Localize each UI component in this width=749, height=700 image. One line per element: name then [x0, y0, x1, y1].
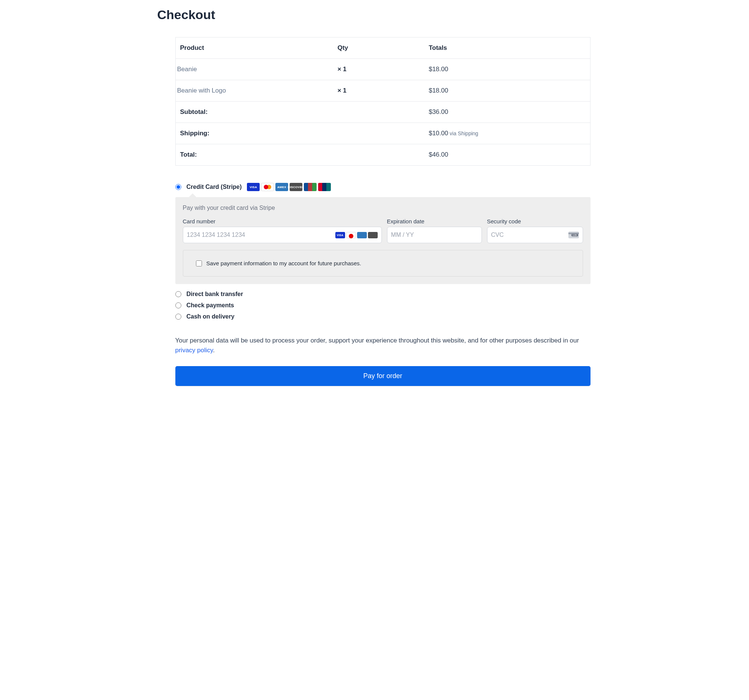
mastercard-icon: [261, 183, 274, 191]
cvc-label: Security code: [487, 218, 583, 225]
col-qty-header: Qty: [333, 37, 425, 59]
item-qty: × 1: [333, 59, 425, 80]
shipping-via: via Shipping: [448, 130, 478, 136]
order-summary-table: Product Qty Totals Beanie × 1 $18.00 Bea…: [175, 37, 590, 166]
total-row: Total: $46.00: [175, 144, 590, 166]
card-brand-icons: VISA AMEX DISCOVER: [247, 183, 331, 191]
cod-label: Cash on delivery: [186, 313, 235, 320]
payment-option-stripe[interactable]: Credit Card (Stripe) VISA AMEX DISCOVER: [175, 180, 590, 193]
mastercard-icon: [346, 232, 356, 238]
payment-option-cod[interactable]: Cash on delivery: [175, 311, 590, 322]
pay-for-order-button[interactable]: Pay for order: [175, 366, 590, 386]
subtotal-label: Subtotal:: [175, 102, 333, 123]
col-totals-header: Totals: [424, 37, 590, 59]
radio-cod[interactable]: [175, 314, 181, 319]
total-label: Total:: [175, 144, 333, 166]
radio-stripe[interactable]: [175, 184, 181, 190]
visa-icon: VISA: [247, 183, 260, 191]
check-label: Check payments: [186, 302, 234, 309]
unionpay-icon: [318, 183, 331, 191]
item-qty: × 1: [333, 80, 425, 102]
col-product-header: Product: [175, 37, 333, 59]
radio-check[interactable]: [175, 303, 181, 309]
table-header-row: Product Qty Totals: [175, 37, 590, 59]
amex-icon: [357, 232, 367, 238]
card-number-label: Card number: [183, 218, 382, 225]
save-card-row[interactable]: Save payment information to my account f…: [183, 250, 583, 277]
cvc-input[interactable]: [491, 232, 566, 238]
card-number-brand-icons: VISA: [335, 232, 378, 238]
payment-option-bank[interactable]: Direct bank transfer: [175, 289, 590, 300]
table-row: Beanie with Logo × 1 $18.00: [175, 80, 590, 102]
stripe-label: Credit Card (Stripe): [186, 183, 242, 190]
expiration-field: Expiration date: [387, 218, 482, 243]
shipping-label: Shipping:: [175, 123, 333, 144]
subtotal-row: Subtotal: $36.00: [175, 102, 590, 123]
save-card-label: Save payment information to my account f…: [206, 260, 362, 266]
privacy-policy-link[interactable]: privacy policy: [175, 347, 213, 354]
item-name: Beanie: [175, 59, 333, 80]
stripe-payment-panel: Pay with your credit card via Stripe Car…: [175, 197, 590, 284]
payment-option-check[interactable]: Check payments: [175, 300, 590, 311]
table-row: Beanie × 1 $18.00: [175, 59, 590, 80]
cvc-field: Security code 135: [487, 218, 583, 243]
subtotal-value: $36.00: [424, 102, 590, 123]
amex-icon: AMEX: [275, 183, 288, 191]
discover-icon: DISCOVER: [290, 183, 303, 191]
radio-bank[interactable]: [175, 291, 181, 297]
item-total: $18.00: [424, 80, 590, 102]
item-total: $18.00: [424, 59, 590, 80]
total-value: $46.00: [424, 144, 590, 166]
page-title: Checkout: [157, 8, 592, 22]
payment-methods: Credit Card (Stripe) VISA AMEX DISCOVER …: [175, 180, 590, 322]
expiration-label: Expiration date: [387, 218, 482, 225]
discover-icon: [368, 232, 378, 238]
expiration-input[interactable]: [391, 232, 478, 238]
visa-icon: VISA: [335, 232, 345, 238]
card-number-field: Card number VISA: [183, 218, 382, 243]
cvc-icon: 135: [569, 232, 579, 238]
bank-label: Direct bank transfer: [186, 291, 243, 298]
privacy-notice: Your personal data will be used to proce…: [175, 336, 590, 355]
item-name: Beanie with Logo: [175, 80, 333, 102]
shipping-row: Shipping: $10.00 via Shipping: [175, 123, 590, 144]
save-card-checkbox[interactable]: [196, 260, 202, 266]
stripe-description: Pay with your credit card via Stripe: [183, 205, 583, 211]
card-number-input[interactable]: [187, 232, 333, 238]
jcb-icon: [304, 183, 316, 191]
shipping-value: $10.00 via Shipping: [424, 123, 590, 144]
